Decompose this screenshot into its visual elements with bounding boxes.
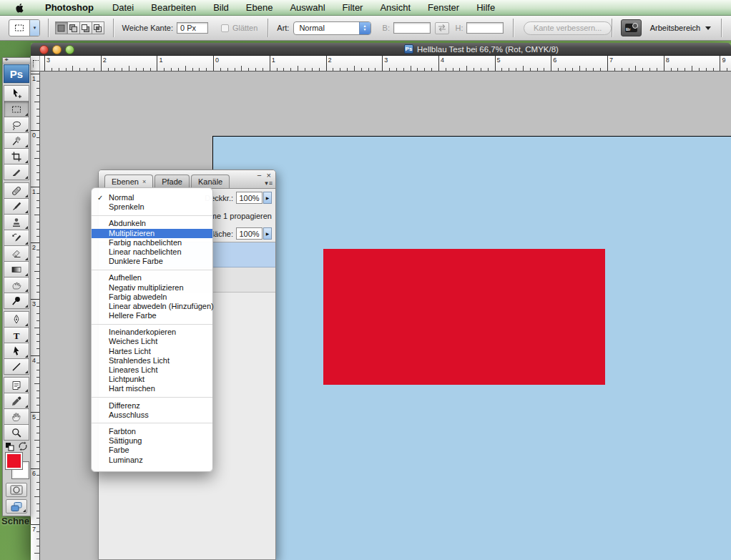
apple-menu-icon[interactable] (14, 2, 25, 14)
pen-tool[interactable] (4, 311, 29, 328)
blend-mode-linear-abwedeln-hinzufügen-[interactable]: Linear abwedeln (Hinzufügen) (92, 302, 212, 311)
opacity-field[interactable]: 100% ▶ (236, 192, 272, 204)
panel-minimize-icon[interactable]: − (257, 171, 261, 180)
tab-ebenen[interactable]: Ebenen× (104, 175, 153, 188)
blend-mode-hart-mischen[interactable]: Hart mischen (92, 384, 212, 393)
blend-mode-sprenkeln[interactable]: Sprenkeln (92, 202, 212, 212)
layers-panel-header[interactable]: Ebenen×PfadeKanäle − × ▾≡ (99, 170, 275, 189)
swap-dimensions-button[interactable] (435, 22, 450, 34)
panel-menu-icon[interactable]: ▾≡ (265, 180, 273, 187)
panel-close-icon[interactable]: × (267, 171, 271, 180)
blend-mode-hellere-farbe[interactable]: Hellere Farbe (92, 311, 212, 320)
workspace-menu[interactable]: Arbeitsbereich (650, 24, 711, 32)
eyedropper-tool[interactable] (4, 393, 29, 409)
antialias-checkbox[interactable] (221, 24, 229, 32)
vertical-ruler[interactable]: 101234567 (31, 72, 40, 560)
style-dropdown[interactable]: Normal ▲▼ (293, 21, 371, 35)
blend-mode-strahlendes-licht[interactable]: Strahlendes Licht (92, 356, 212, 365)
menu-hilfe[interactable]: Hilfe (468, 0, 504, 15)
foreground-color-swatch[interactable] (6, 453, 22, 469)
preset-caret-icon[interactable]: ▼ (29, 20, 39, 36)
horizontal-ruler[interactable]: 3210123456789 (40, 56, 731, 72)
red-rectangle-layer[interactable] (323, 249, 605, 385)
blend-mode-farbig-abwedeln[interactable]: Farbig abwedeln (92, 293, 212, 302)
history-brush-tool[interactable] (4, 230, 29, 246)
go-to-bridge-button[interactable]: Br (621, 19, 642, 36)
window-close-button[interactable] (39, 45, 49, 54)
eraser-tool[interactable] (4, 245, 29, 262)
refine-edge-button[interactable]: Kante verbessern... (524, 21, 612, 35)
line-tool[interactable] (4, 358, 29, 375)
quick-mask-button[interactable] (6, 483, 27, 497)
menu-ebene[interactable]: Ebene (237, 0, 282, 15)
canvas[interactable] (212, 136, 731, 560)
menu-bild[interactable]: Bild (205, 0, 237, 15)
blend-mode-aufhellen[interactable]: Aufhellen (92, 273, 212, 283)
tool-preset-picker[interactable]: ▼ (9, 19, 40, 36)
blend-mode-sättigung[interactable]: Sättigung (92, 436, 212, 446)
palette-grip[interactable]: ◂▸ (3, 58, 30, 64)
type-tool[interactable]: T (4, 327, 29, 343)
desktop-icon-label[interactable]: Schnei (1, 516, 32, 526)
smudge-tool[interactable] (4, 277, 29, 293)
blend-mode-differenz[interactable]: Differenz (92, 401, 212, 411)
new-selection-button[interactable] (55, 21, 68, 34)
blend-mode-normal[interactable]: ✓Normal (92, 193, 212, 202)
blend-mode-multiplizieren[interactable]: Multiplizieren (92, 229, 212, 238)
blend-mode-lichtpunkt[interactable]: Lichtpunkt (92, 375, 212, 384)
ruler-origin-box[interactable] (31, 56, 40, 72)
window-zoom-button[interactable] (65, 45, 74, 54)
blend-mode-farbig-nachbelichten[interactable]: Farbig nachbelichten (92, 238, 212, 247)
blend-mode-farbe[interactable]: Farbe (92, 446, 212, 455)
tab-close-icon[interactable]: × (142, 178, 146, 185)
blend-mode-negativ-multiplizieren[interactable]: Negativ multiplizieren (92, 283, 212, 293)
tab-kanäle[interactable]: Kanäle (191, 175, 230, 188)
crop-tool[interactable] (4, 148, 29, 164)
add-to-selection-button[interactable] (67, 21, 80, 34)
notes-tool[interactable] (4, 377, 29, 393)
blend-mode-ausschluss[interactable]: Ausschluss (92, 411, 212, 420)
window-minimize-button[interactable] (52, 45, 62, 54)
brush-tool[interactable] (4, 198, 29, 215)
fill-value[interactable]: 100% (236, 227, 263, 240)
opacity-spinner-icon[interactable]: ▶ (263, 192, 272, 204)
intersect-selection-button[interactable] (92, 21, 104, 34)
lasso-tool[interactable] (4, 117, 29, 133)
gradient-tool[interactable] (4, 261, 29, 277)
tab-pfade[interactable]: Pfade (154, 175, 190, 188)
magic-wand-tool[interactable] (4, 132, 29, 149)
opacity-value[interactable]: 100% (236, 192, 263, 204)
blend-mode-ineinanderkopieren[interactable]: Ineinanderkopieren (92, 328, 212, 337)
blend-mode-farbton[interactable]: Farbton (92, 427, 212, 436)
menu-fenster[interactable]: Fenster (419, 0, 468, 15)
move-tool[interactable] (4, 85, 29, 102)
hand-tool[interactable] (4, 408, 29, 425)
blend-mode-luminanz[interactable]: Luminanz (92, 456, 212, 465)
document-titlebar[interactable]: Ps Hellblau Test bei 66,7% (Rot, CMYK/8) (31, 43, 731, 56)
blend-mode-weiches-licht[interactable]: Weiches Licht (92, 337, 212, 346)
clone-stamp-tool[interactable] (4, 214, 29, 230)
blend-mode-lineares-licht[interactable]: Lineares Licht (92, 365, 212, 375)
menu-datei[interactable]: Datei (104, 0, 142, 15)
menu-ansicht[interactable]: Ansicht (371, 0, 419, 15)
blend-mode-abdunkeln[interactable]: Abdunkeln (92, 219, 212, 228)
blend-mode-hartes-licht[interactable]: Hartes Licht (92, 347, 212, 356)
swap-colors-icon[interactable] (18, 441, 28, 451)
fill-field[interactable]: 100% ▶ (236, 227, 272, 240)
height-input[interactable] (466, 22, 504, 34)
blend-mode-dunklere-farbe[interactable]: Dunklere Farbe (92, 257, 212, 266)
menu-filter[interactable]: Filter (334, 0, 372, 15)
menu-bearbeiten[interactable]: Bearbeiten (142, 0, 205, 15)
path-selection-tool[interactable] (4, 343, 29, 359)
healing-brush-tool[interactable] (4, 182, 29, 199)
subtract-from-selection-button[interactable] (79, 21, 92, 34)
default-colors-icon[interactable] (5, 442, 14, 451)
blend-mode-linear-nachbelichten[interactable]: Linear nachbelichten (92, 247, 212, 257)
menu-auswahl[interactable]: Auswahl (281, 0, 333, 15)
screen-mode-button[interactable] (6, 499, 27, 514)
rectangular-marquee-tool[interactable] (4, 101, 29, 117)
photoshop-logo[interactable]: Ps (4, 64, 29, 83)
zoom-tool[interactable] (4, 424, 29, 441)
fill-spinner-icon[interactable]: ▶ (263, 227, 272, 240)
feather-input[interactable]: 0 Px (177, 22, 208, 34)
